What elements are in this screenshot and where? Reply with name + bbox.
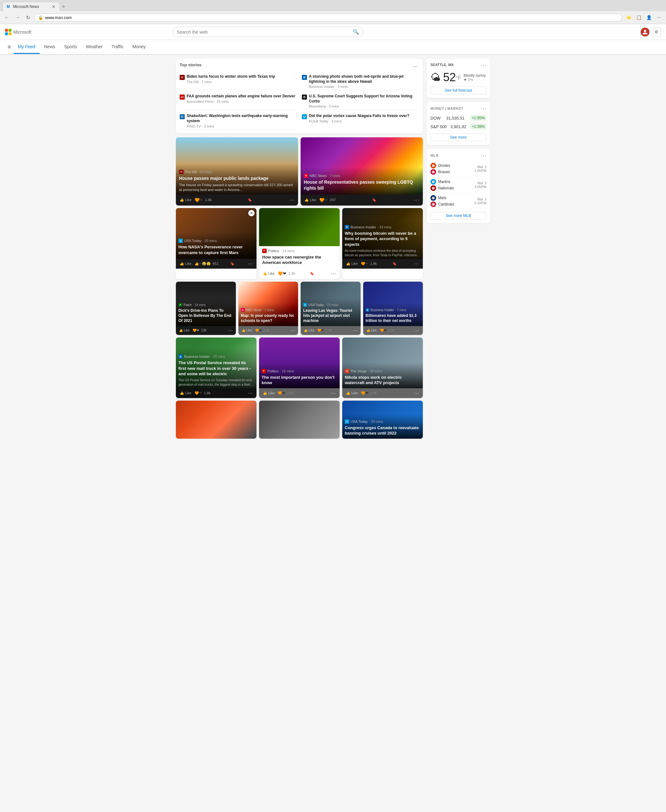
reaction-count: 1.8k bbox=[204, 391, 211, 395]
address-bar[interactable]: 🔒 bbox=[34, 14, 622, 21]
card-more-button[interactable]: ⋯ bbox=[352, 327, 359, 334]
card-title: Why booming bitcoin will never be a form… bbox=[345, 230, 420, 247]
postal-card[interactable]: B Business Insider · 33 mins The US Post… bbox=[176, 337, 257, 398]
story-item[interactable]: U Did the polar vortex cause Niagara Fal… bbox=[302, 112, 419, 130]
card-more-button[interactable]: ⋯ bbox=[246, 260, 254, 267]
dicks-card[interactable]: P Patch · 14 mins Dick's Drive-Ins Plans… bbox=[176, 282, 236, 335]
new-tab-button[interactable]: + bbox=[60, 3, 68, 11]
story-source-icon: B bbox=[302, 95, 307, 100]
story-item[interactable]: H Biden turns focus to winter storm with… bbox=[180, 73, 297, 90]
nav-item-sports[interactable]: Sports bbox=[60, 40, 81, 54]
like-button[interactable]: 👍 Like bbox=[365, 328, 378, 333]
airport-card[interactable]: U USA Today · 22 mins Leaving Las Vegas:… bbox=[301, 282, 361, 335]
story-item[interactable]: B A stunning photo shows both red-sprite… bbox=[302, 73, 419, 90]
like-button[interactable]: 👍 Like bbox=[303, 197, 317, 203]
story-item[interactable]: B U.S. Supreme Court Suggests Support fo… bbox=[302, 93, 419, 110]
weather-more-btn[interactable]: ⋯ bbox=[481, 62, 486, 68]
lgbtq-rights-card[interactable]: N NBC News · 7 mins House of Representat… bbox=[301, 137, 423, 205]
like-button[interactable]: 👍 Like bbox=[240, 328, 253, 333]
top-stories-more-btn[interactable]: ⋯ bbox=[411, 63, 419, 70]
story-title[interactable]: A stunning photo shows both red-sprite a… bbox=[309, 74, 419, 84]
story-title[interactable]: Did the polar vortex cause Niagara Falls… bbox=[309, 113, 419, 118]
like-button[interactable]: 👍 Like bbox=[178, 328, 191, 333]
story-title[interactable]: U.S. Supreme Court Suggests Support for … bbox=[309, 94, 419, 104]
bookmark-button[interactable]: 🔖 bbox=[391, 261, 398, 266]
bookmark-button[interactable]: 🔖 bbox=[371, 197, 378, 203]
capitol-card[interactable]: P Politico · 16 mins The most important … bbox=[259, 337, 340, 398]
map-card[interactable]: N NBC News · 7 mins Map: Is your county … bbox=[238, 282, 298, 335]
billionaire-card[interactable]: B Business Insider · 7 mins Billionaires… bbox=[363, 282, 423, 335]
nav-item-news[interactable]: News bbox=[40, 40, 60, 54]
favorites-icon[interactable]: ⭐ bbox=[624, 13, 633, 22]
story-title[interactable]: ShakeAlert: Washington tests earthquake … bbox=[187, 113, 297, 123]
nav-item-myfeed[interactable]: My Feed bbox=[14, 40, 40, 54]
card-more-button[interactable]: ⋯ bbox=[413, 196, 420, 204]
card-more-button[interactable]: ⋯ bbox=[246, 390, 254, 397]
user-avatar[interactable] bbox=[641, 28, 650, 36]
stock-row-dow: DOW 31,535.51 +1.95% bbox=[430, 114, 486, 122]
source-name: Patch bbox=[183, 303, 192, 307]
hamburger-menu[interactable]: ≡ bbox=[5, 40, 14, 54]
bitcoin-card[interactable]: B Business Insider · 33 mins Why booming… bbox=[342, 208, 423, 279]
card-close-btn[interactable]: ✕ bbox=[248, 210, 255, 216]
search-button[interactable]: 🔍 bbox=[353, 29, 359, 35]
like-button[interactable]: 👍 Like bbox=[303, 328, 315, 333]
moon-card[interactable] bbox=[259, 401, 340, 439]
space-card[interactable]: P Politico · 14 mins How space can reene… bbox=[259, 208, 340, 279]
card-image: P Politico · 16 mins The most important … bbox=[259, 337, 340, 388]
like-button[interactable]: 👍 Like bbox=[178, 197, 193, 203]
card-more-button[interactable]: ⋯ bbox=[413, 260, 420, 267]
profile-icon[interactable]: 👤 bbox=[645, 13, 653, 22]
settings-button[interactable]: ⚙ bbox=[652, 28, 661, 36]
mlb-see-more-btn[interactable]: See more MLB bbox=[430, 212, 486, 220]
collections-icon[interactable]: 📋 bbox=[634, 13, 643, 22]
stock-row-sp500: S&P 500 3,901.82 +2.38% bbox=[430, 122, 486, 131]
card-more-button[interactable]: ⋯ bbox=[289, 327, 296, 334]
refresh-button[interactable]: ↻ bbox=[24, 13, 32, 22]
card-overlay: P Politico · 16 mins The most important … bbox=[259, 363, 340, 388]
story-item[interactable]: K ShakeAlert: Washington tests earthquak… bbox=[180, 112, 297, 130]
nikola-card[interactable]: V The Verge · 38 mins Nikola stops work … bbox=[342, 337, 423, 398]
nav-item-weather[interactable]: Weather bbox=[81, 40, 107, 54]
story-title[interactable]: FAA grounds certain planes after engine … bbox=[187, 94, 297, 99]
card-more-button[interactable]: ⋯ bbox=[288, 196, 295, 204]
card-more-button[interactable]: ⋯ bbox=[330, 270, 337, 277]
back-button[interactable]: ← bbox=[3, 13, 12, 21]
house-lands-card[interactable]: H The Hill · 33 mins House passes major … bbox=[176, 137, 298, 205]
surface-card[interactable] bbox=[176, 401, 257, 439]
source-time: · 33 mins bbox=[378, 225, 392, 229]
card-more-button[interactable]: ⋯ bbox=[330, 390, 337, 397]
tab-close-btn[interactable]: ✕ bbox=[52, 4, 56, 9]
active-tab[interactable]: M Microsoft News ✕ bbox=[3, 2, 60, 11]
web-search-input[interactable] bbox=[177, 30, 353, 35]
cruise-card[interactable]: U USA Today · 33 mins Congress urges Can… bbox=[342, 401, 423, 439]
nav-item-money[interactable]: Money bbox=[128, 40, 150, 54]
like-button[interactable]: 👍 Like bbox=[178, 261, 193, 266]
card-more-button[interactable]: ⋯ bbox=[414, 327, 421, 334]
money-see-more-btn[interactable]: See more bbox=[430, 133, 486, 141]
settings-dots-icon[interactable]: ⋯ bbox=[654, 13, 663, 22]
card-more-button[interactable]: ⋯ bbox=[413, 390, 420, 397]
card-more-button[interactable]: ⋯ bbox=[227, 327, 234, 334]
like-button[interactable]: 👍 Like bbox=[345, 261, 359, 266]
microsoft-logo[interactable]: Microsoft bbox=[5, 29, 31, 35]
weather-forecast-btn[interactable]: See full forecast bbox=[430, 87, 486, 94]
like-button[interactable]: 👍 Like bbox=[262, 390, 276, 396]
like-button[interactable]: 👍 Like bbox=[178, 390, 193, 396]
story-title[interactable]: Biden turns focus to winter storm with T… bbox=[187, 74, 297, 79]
like-button[interactable]: 👍 Like bbox=[345, 390, 359, 396]
like-button[interactable]: 👍 Like bbox=[262, 271, 276, 276]
bookmark-button[interactable]: 🔖 bbox=[246, 197, 253, 203]
story-item[interactable]: AP FAA grounds certain planes after engi… bbox=[180, 93, 297, 110]
card-content-overlay: N NBC News · 7 mins House of Representat… bbox=[301, 167, 423, 194]
nav-item-traffic[interactable]: Traffic bbox=[107, 40, 128, 54]
money-more-btn[interactable]: ⋯ bbox=[481, 106, 486, 111]
mlb-more-btn[interactable]: ⋯ bbox=[481, 153, 486, 158]
forward-button[interactable]: → bbox=[13, 13, 22, 21]
bookmark-button[interactable]: 🔖 bbox=[229, 261, 236, 266]
bookmark-button[interactable]: 🔖 bbox=[308, 271, 315, 276]
reaction-count: 1.8k bbox=[205, 198, 212, 202]
nasa-card[interactable]: ✕ U USA Today · 20 mins How NASA's Perse… bbox=[176, 208, 257, 279]
search-bar[interactable]: 🔍 bbox=[173, 26, 363, 37]
address-input[interactable] bbox=[45, 15, 618, 20]
